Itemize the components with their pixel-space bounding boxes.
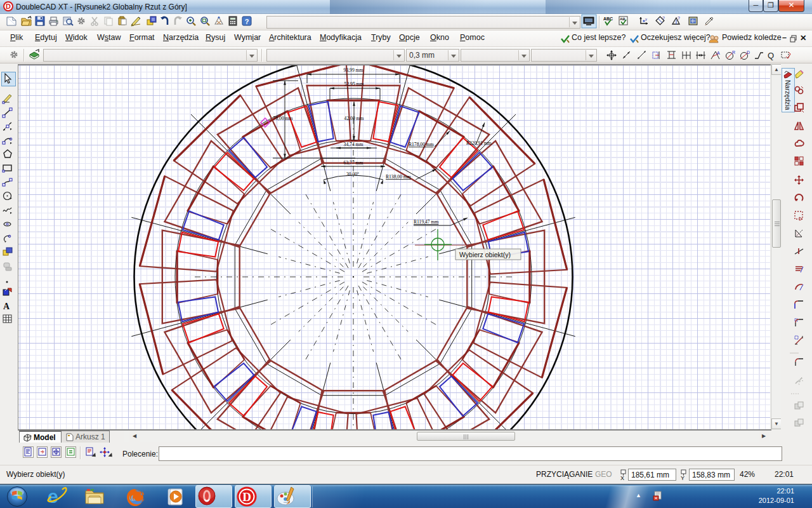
svg-text:R138,00 mm: R138,00 mm <box>386 174 411 180</box>
svg-text:R220,91 mm: R220,91 mm <box>466 140 492 146</box>
svg-text:42,00 mm: 42,00 mm <box>344 116 364 121</box>
svg-text:R: R <box>732 50 735 55</box>
svg-text:Wybierz obiekt(y): Wybierz obiekt(y) <box>459 251 511 258</box>
svg-text:78,00 mm: 78,00 mm <box>273 116 293 121</box>
svg-text:R178,00 mm: R178,00 mm <box>409 142 434 147</box>
svg-text:y: y <box>645 17 647 21</box>
svg-text:ABC: ABC <box>603 17 613 21</box>
svg-text:52,95 mm: 52,95 mm <box>344 81 364 87</box>
svg-text:R119,47 mm: R119,47 mm <box>414 219 438 225</box>
svg-text:D: D <box>747 50 750 55</box>
svg-text:?: ? <box>662 16 665 20</box>
svg-text:?: ? <box>245 18 249 25</box>
svg-text:D: D <box>242 490 251 504</box>
svg-text:?: ? <box>678 16 680 20</box>
svg-text:X: X <box>620 475 624 481</box>
svg-text:A: A <box>717 51 720 55</box>
svg-text:Q: Q <box>768 51 774 60</box>
svg-text:93,99 mm: 93,99 mm <box>344 67 363 73</box>
svg-text:30,00°: 30,00° <box>346 171 359 177</box>
svg-text:e: e <box>48 486 58 507</box>
svg-text:63,77 mm: 63,77 mm <box>344 160 363 166</box>
svg-text:AB: AB <box>620 17 625 21</box>
svg-text:34,74 mm: 34,74 mm <box>344 142 363 147</box>
svg-text:A: A <box>3 302 10 311</box>
svg-text:Y: Y <box>681 475 684 481</box>
